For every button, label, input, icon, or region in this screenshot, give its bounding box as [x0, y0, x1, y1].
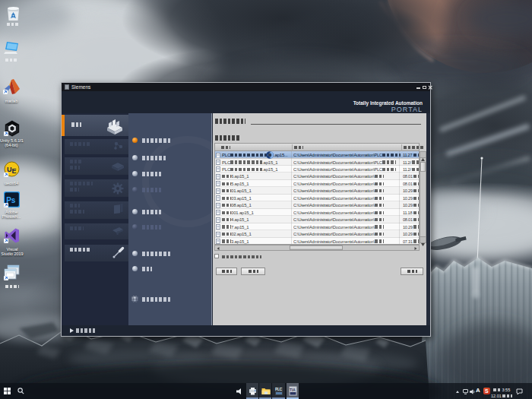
svg-text:E: E	[12, 167, 17, 175]
svg-text:PLC: PLC	[275, 388, 283, 391]
svg-text:TIA: TIA	[290, 388, 296, 392]
